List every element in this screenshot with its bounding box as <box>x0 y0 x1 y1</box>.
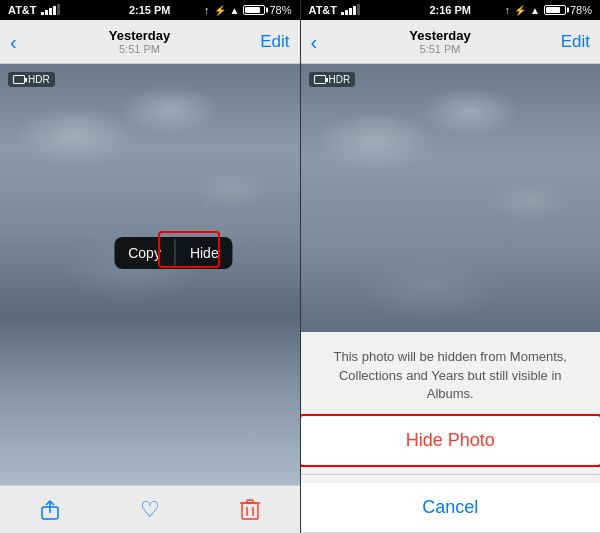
cloud-2a <box>315 111 435 171</box>
hdr-label-2: HDR <box>329 74 351 85</box>
arrow-2: ↑ <box>505 4 511 16</box>
svg-rect-4 <box>247 500 253 503</box>
bar4 <box>53 6 56 15</box>
heart-icon-1: ♡ <box>140 497 160 523</box>
action-sheet-message: This photo will be hidden from Moments, … <box>301 332 601 415</box>
carrier-2: AT&T <box>309 4 338 16</box>
bar3 <box>49 8 52 15</box>
share-icon-1 <box>39 499 61 521</box>
bt-2: ⚡ <box>514 5 526 16</box>
edit-button-1[interactable]: Edit <box>260 32 289 52</box>
cloud-layer-1 <box>0 64 300 485</box>
back-button-1[interactable]: ‹ <box>10 32 19 52</box>
panel-2: AT&T 2:16 PM ↑ ⚡ ▲ 78% ‹ Yesterday <box>301 0 601 533</box>
status-bar-2: AT&T 2:16 PM ↑ ⚡ ▲ 78% <box>301 0 601 20</box>
status-right-2: ↑ ⚡ ▲ 78% <box>505 4 592 16</box>
hdr-label-1: HDR <box>28 74 50 85</box>
wifi-1: ▲ <box>230 5 240 16</box>
bar2 <box>45 10 48 15</box>
photo-area-2: HDR This photo will be hidden from Momen… <box>301 64 601 533</box>
nav-subtitle-2: 5:51 PM <box>409 43 470 55</box>
bar1 <box>41 12 44 15</box>
photo-area-1[interactable]: HDR Copy Hide <box>0 64 300 485</box>
hdr-icon-2 <box>314 75 326 84</box>
time-1: 2:15 PM <box>129 4 171 16</box>
back-chevron-1: ‹ <box>10 32 17 52</box>
bt-1: ⚡ <box>214 5 226 16</box>
nav-bar-1: ‹ Yesterday 5:51 PM Edit <box>0 20 300 64</box>
cloud-1a <box>15 106 135 166</box>
battery-fill-1 <box>245 7 259 13</box>
signal-bars-2 <box>341 5 360 15</box>
arrow-1: ↑ <box>204 4 210 16</box>
cloud-1d <box>120 85 220 135</box>
status-left-1: AT&T <box>8 4 60 16</box>
back-chevron-2: ‹ <box>311 32 318 52</box>
bar2-4 <box>353 6 356 15</box>
status-left-2: AT&T <box>309 4 361 16</box>
bar5 <box>57 4 60 15</box>
cloud-1b <box>190 169 270 209</box>
svg-rect-2 <box>242 503 258 519</box>
nav-center-2: Yesterday 5:51 PM <box>409 28 470 55</box>
bar2-2 <box>345 10 348 15</box>
carrier-1: AT&T <box>8 4 37 16</box>
cloud-2d <box>420 87 520 137</box>
cloud-2c <box>360 252 500 322</box>
nav-bar-2: ‹ Yesterday 5:51 PM Edit <box>301 20 601 64</box>
battery-1 <box>243 5 265 15</box>
favorite-button-1[interactable]: ♡ <box>130 490 170 530</box>
signal-bars-1 <box>41 5 60 15</box>
edit-button-2[interactable]: Edit <box>561 32 590 52</box>
time-2: 2:16 PM <box>429 4 471 16</box>
context-menu: Copy Hide <box>114 237 232 269</box>
hdr-badge-1: HDR <box>8 72 55 87</box>
cloud-2b <box>490 181 570 221</box>
bottom-toolbar-1: ♡ <box>0 485 300 533</box>
nav-subtitle-1: 5:51 PM <box>109 43 170 55</box>
sheet-divider-3 <box>301 474 601 475</box>
hide-menu-item[interactable]: Hide <box>176 237 233 269</box>
nav-title-2: Yesterday <box>409 28 470 43</box>
battery-pct-1: 78% <box>269 4 291 16</box>
back-button-2[interactable]: ‹ <box>311 32 320 52</box>
battery-pct-2: 78% <box>570 4 592 16</box>
sheet-gap <box>301 466 601 474</box>
wifi-2: ▲ <box>530 5 540 16</box>
action-sheet: This photo will be hidden from Moments, … <box>301 332 601 533</box>
panel-1: AT&T 2:15 PM ↑ ⚡ ▲ 78% ‹ Yesterday <box>0 0 300 533</box>
nav-center-1: Yesterday 5:51 PM <box>109 28 170 55</box>
share-button-1[interactable] <box>30 490 70 530</box>
trash-icon-1 <box>240 499 260 521</box>
hide-photo-wrapper: Hide Photo <box>301 416 601 465</box>
hdr-badge-2: HDR <box>309 72 356 87</box>
status-bar-1: AT&T 2:15 PM ↑ ⚡ ▲ 78% <box>0 0 300 20</box>
bar2-5 <box>357 4 360 15</box>
hdr-icon-1 <box>13 75 25 84</box>
cancel-button[interactable]: Cancel <box>301 483 601 532</box>
delete-button-1[interactable] <box>230 490 270 530</box>
copy-menu-item[interactable]: Copy <box>114 237 175 269</box>
hide-photo-button[interactable]: Hide Photo <box>301 416 601 465</box>
nav-title-1: Yesterday <box>109 28 170 43</box>
bar2-3 <box>349 8 352 15</box>
status-right-1: ↑ ⚡ ▲ 78% <box>204 4 291 16</box>
battery-fill-2 <box>546 7 560 13</box>
bar2-1 <box>341 12 344 15</box>
battery-2 <box>544 5 566 15</box>
